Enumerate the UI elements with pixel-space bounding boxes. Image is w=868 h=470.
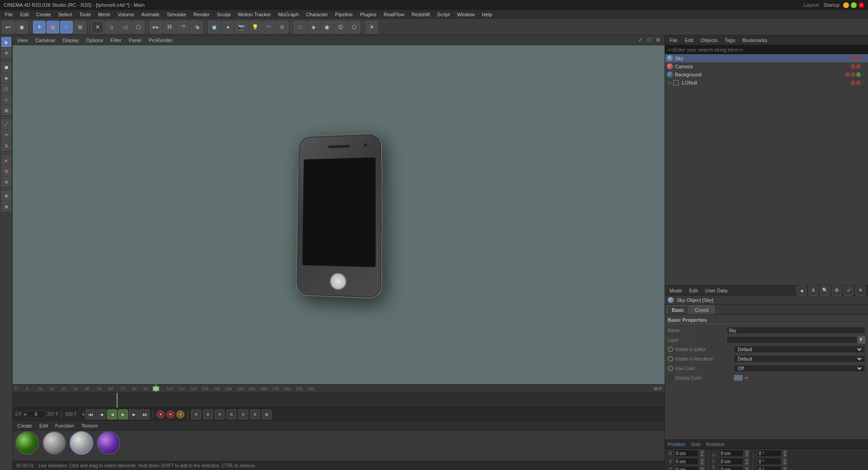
material-mat2[interactable]: Mat2	[42, 431, 66, 455]
render-btn3[interactable]: 🎬	[177, 21, 189, 33]
om-search-input[interactable]	[668, 47, 865, 52]
render-btn4[interactable]: 🎭	[190, 21, 203, 33]
display-btn4[interactable]: ⌬	[334, 21, 347, 33]
coord-z-size-up[interactable]: ▲	[745, 466, 749, 470]
mat-menu-function[interactable]: Function	[53, 423, 76, 429]
left-select-btn[interactable]: ◉	[1, 37, 11, 47]
current-frame-input[interactable]	[27, 410, 45, 418]
menu-file[interactable]: File	[2, 11, 16, 18]
camera-vis-render[interactable]	[856, 64, 861, 69]
pp-tab-coord[interactable]: Coord.	[690, 305, 715, 314]
pp-close[interactable]: ✕	[855, 286, 865, 296]
pp-nav-A[interactable]: A	[808, 286, 818, 296]
maximize-button[interactable]: □	[851, 2, 857, 8]
render-btn1[interactable]: ▶▶	[150, 21, 162, 33]
rotate-button[interactable]: ↻	[60, 21, 73, 33]
vp-menu-panel[interactable]: Panel	[127, 37, 143, 43]
camera-btn[interactable]: 📷	[235, 21, 248, 33]
left-tool8[interactable]: Ｓ	[1, 141, 11, 151]
left-tool6[interactable]: ／	[1, 119, 11, 129]
coord-y-size-up[interactable]: ▲	[745, 458, 749, 461]
menu-window[interactable]: Window	[454, 11, 478, 18]
bg-tag[interactable]	[856, 72, 861, 77]
menu-tools[interactable]: Tools	[76, 11, 94, 18]
coord-y-size-down[interactable]: ▼	[745, 462, 749, 465]
om-menu-edit[interactable]: Edit	[683, 37, 695, 43]
pp-radio-use-color[interactable]	[668, 366, 673, 371]
sphere-btn[interactable]: ●	[222, 21, 234, 33]
om-menu-file[interactable]: File	[668, 37, 679, 43]
pp-nav-back[interactable]: ◄	[797, 286, 807, 296]
boole-btn[interactable]: ⊕	[276, 21, 288, 33]
pp-value-visible-editor[interactable]: DefaultOnOff	[734, 346, 865, 353]
vp-menu-cameras[interactable]: Cameras	[33, 37, 57, 43]
left-tool10[interactable]: ⊙	[1, 166, 11, 176]
record-motion-button[interactable]: ●	[176, 410, 184, 418]
pp-radio-visible-renderer[interactable]	[668, 356, 673, 362]
point-select-button[interactable]: ⬡	[132, 21, 145, 33]
coord-y-rot[interactable]: 0 °	[757, 458, 782, 465]
scale-button[interactable]: ◼	[47, 21, 59, 33]
menu-help[interactable]: Help	[479, 11, 495, 18]
mat1-ball[interactable]	[70, 431, 93, 455]
display-btn2[interactable]: ◈	[307, 21, 320, 33]
minimize-button[interactable]: ─	[843, 2, 849, 8]
key-button3[interactable]: K	[215, 409, 225, 419]
record-active-button[interactable]: ●	[166, 410, 175, 418]
pp-select-visible-editor[interactable]: DefaultOnOff	[736, 347, 863, 352]
coord-x-pos[interactable]: 0 cm	[674, 450, 699, 457]
null-more[interactable]: ⋮	[861, 80, 866, 85]
menu-animate[interactable]: Animate	[138, 11, 163, 18]
sky-vis-editor[interactable]	[851, 56, 855, 61]
menu-realflow[interactable]: RealFlow	[381, 11, 408, 18]
vp-menu-view[interactable]: View	[15, 37, 30, 43]
timeline-btn[interactable]: ⊞	[262, 409, 272, 419]
coord-z-pos-up[interactable]: ▲	[700, 466, 704, 470]
play-reverse-button[interactable]: ◄	[107, 409, 117, 419]
coord-x-rot[interactable]: 0 °	[757, 450, 782, 457]
om-menu-tags[interactable]: Tags	[723, 37, 737, 43]
close-button[interactable]: ✕	[859, 2, 864, 8]
menu-pipeline[interactable]: Pipeline	[332, 11, 356, 18]
pp-search[interactable]: 🔍	[820, 286, 830, 296]
transform-button[interactable]: ⊞	[74, 21, 86, 33]
vp-icon-sync[interactable]: ⬡	[646, 37, 653, 44]
coord-x-rot-down[interactable]: ▼	[783, 454, 787, 457]
coord-z-pos[interactable]: 0 cm	[674, 466, 699, 470]
background-more[interactable]: ⋮	[861, 72, 866, 77]
om-item-null[interactable]: ▷ LO Null ⋮	[665, 79, 868, 87]
coord-x-pos-up[interactable]: ▲	[700, 450, 704, 453]
bend-btn[interactable]: 〜	[262, 21, 275, 33]
vp-icon-settings[interactable]: ⚙	[655, 37, 662, 44]
left-tool13[interactable]: ⊗	[1, 202, 11, 212]
material-mat1[interactable]: Mat1	[70, 431, 93, 455]
left-tool1[interactable]: ◼	[1, 62, 11, 72]
menu-volume[interactable]: Volume	[114, 11, 137, 18]
key-button1[interactable]: K	[191, 409, 201, 419]
menu-mograph[interactable]: MoGraph	[275, 11, 302, 18]
null-expand[interactable]: ▷	[667, 80, 672, 85]
live-selection-button[interactable]: ◉	[15, 21, 28, 33]
pp-gear[interactable]: ⚙	[832, 286, 842, 296]
display-btn3[interactable]: ◉	[321, 21, 333, 33]
light-btn[interactable]: 💡	[249, 21, 261, 33]
key-button6[interactable]: K	[250, 409, 260, 419]
go-start-button[interactable]: ⏮	[85, 409, 95, 419]
left-tool2[interactable]: ◈	[1, 73, 11, 83]
go-end-button[interactable]: ⏭	[140, 409, 150, 419]
menu-simulate[interactable]: Simulate	[164, 11, 189, 18]
coord-y-pos[interactable]: 0 cm	[674, 458, 699, 465]
left-tool9[interactable]: ▲	[1, 155, 11, 165]
pp-select-use-color[interactable]: OffOnAuto	[736, 366, 863, 371]
menu-mesh[interactable]: Mesh	[95, 11, 113, 18]
camera-more[interactable]: ⋮	[861, 64, 866, 69]
menu-sculpt[interactable]: Sculpt	[214, 11, 234, 18]
pp-menu-edit[interactable]: Edit	[688, 287, 700, 294]
vp-menu-filter[interactable]: Filter	[108, 37, 123, 43]
vp-menu-display[interactable]: Display	[61, 37, 80, 43]
menu-select[interactable]: Select	[55, 11, 75, 18]
pp-value-visible-renderer[interactable]: DefaultOnOff	[734, 355, 865, 362]
coord-z-rot-up[interactable]: ▲	[783, 466, 787, 470]
pp-menu-userdata[interactable]: User Data	[703, 287, 730, 294]
prev-frame-button[interactable]: ◄	[96, 409, 106, 419]
